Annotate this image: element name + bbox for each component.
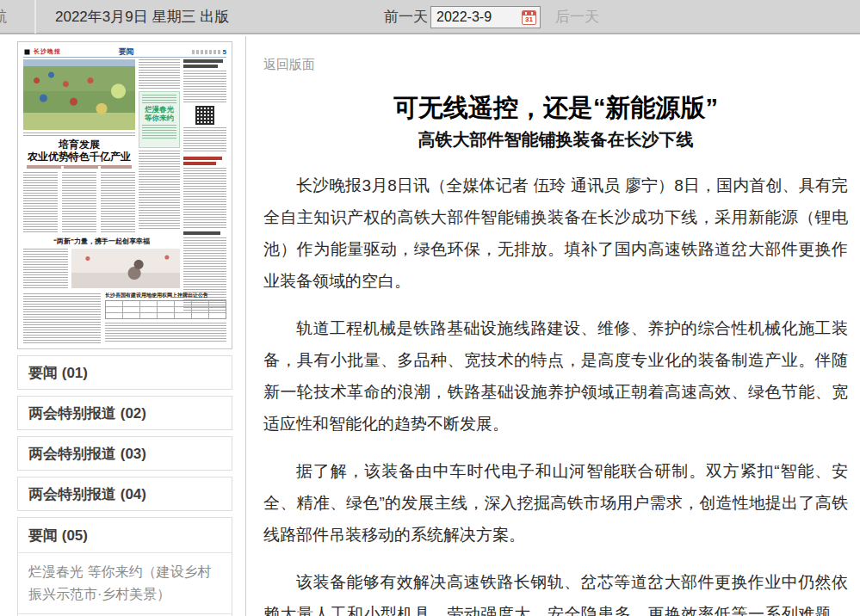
topbar-divider xyxy=(34,0,36,34)
page-thumbnail[interactable]: 长沙晚报 要闻 5 培育发展 农业优势特色千亿产业 烂漫春光 xyxy=(17,41,232,349)
thumb-meta-lines xyxy=(192,50,221,54)
thumb-notice-table xyxy=(105,300,226,319)
back-to-page-link[interactable]: 返回版面 xyxy=(263,57,315,73)
sidebar-current-section-group: 要闻 (05) 烂漫春光 等你来约（建设乡村振兴示范市·乡村美景） 培育发展农业… xyxy=(17,517,232,616)
thumb-photo-caption xyxy=(23,132,135,136)
publication-date: 2022年3月9日 星期三 出版 xyxy=(55,7,229,27)
thumb-green-box-title: 烂漫春光 等你来约 xyxy=(142,105,176,122)
article-paragraph: 长沙晚报3月8日讯（全媒体记者 伍玲 通讯员 廖宁）8日，国内首创、具有完全自主… xyxy=(263,169,848,297)
thumb-notice-headline: 长沙县国有建设用地使用权网上挂牌出让公告 xyxy=(105,292,226,299)
thumb-green-box: 烂漫春光 等你来约 xyxy=(139,91,180,148)
calendar-icon-header xyxy=(523,11,535,15)
date-picker: 31 xyxy=(430,6,541,28)
article-paragraph: 据了解，该装备由中车时代电子和山河智能联合研制。双方紧扣“智能、安全、精准、绿色… xyxy=(263,455,848,551)
thumb-main-headline: 培育发展 农业优势特色千亿产业 xyxy=(23,139,135,163)
thumb-subheadline-bar xyxy=(27,165,132,169)
nav-text-fragment: 航 xyxy=(0,7,34,27)
thumb-masthead: 长沙晚报 xyxy=(34,47,61,56)
qr-code xyxy=(195,106,214,125)
article-title: 可无线遥控，还是“新能源版” xyxy=(263,92,848,123)
article-body: 长沙晚报3月8日讯（全媒体记者 伍玲 通讯员 廖宁）8日，国内首创、具有完全自主… xyxy=(263,169,848,616)
newspaper-logo-icon xyxy=(23,48,31,56)
sidebar: 长沙晚报 要闻 5 培育发展 农业优势特色千亿产业 烂漫春光 xyxy=(17,41,232,616)
article-pane: 返回版面 可无线遥控，还是“新能源版” 高铁大部件智能铺换装备在长沙下线 长沙晚… xyxy=(245,36,860,616)
sidebar-section-lianghui-04[interactable]: 两会特别报道 (04) xyxy=(17,477,232,511)
date-input[interactable] xyxy=(431,9,522,25)
sidebar-section-lianghui-02[interactable]: 两会特别报道 (02) xyxy=(17,396,232,430)
sidebar-section-yaowen-01[interactable]: 要闻 (01) xyxy=(17,355,232,390)
thumb-middle-column: 烂漫春光 等你来约 xyxy=(139,59,180,231)
prev-day-link[interactable]: 前一天 xyxy=(384,7,428,27)
calendar-icon[interactable]: 31 xyxy=(522,10,536,25)
article-paragraph: 该装备能够有效解决高速铁路长钢轨、岔芯等道岔大部件更换作业中仍然依赖大量人工和小… xyxy=(263,566,848,616)
next-day-link[interactable]: 后一天 xyxy=(555,7,599,27)
topbar: 航 2022年3月9日 星期三 出版 前一天 31 后一天 xyxy=(0,0,860,34)
thumb-bottom-text xyxy=(105,323,226,343)
thumb-band-photo xyxy=(71,249,180,288)
thumb-section-title: 要闻 xyxy=(61,46,192,58)
thumb-band-headline: “两新”力量，携手一起创享幸福 xyxy=(23,237,180,246)
thumb-body: 培育发展 农业优势特色千亿产业 烂漫春光 等你来约 xyxy=(23,59,226,343)
thumb-page-number: 5 xyxy=(223,48,226,56)
aerial-village-photo xyxy=(23,59,135,130)
article-subtitle: 高铁大部件智能铺换装备在长沙下线 xyxy=(263,128,848,151)
sidebar-section-yaowen-05[interactable]: 要闻 (05) xyxy=(18,518,232,552)
article-paragraph: 轨道工程机械是铁路基础设施线路建设、维修、养护的综合性机械化施工装备，具有小批量… xyxy=(263,312,848,440)
sidebar-article-link[interactable]: 烂漫春光 等你来约（建设乡村振兴示范市·乡村美景） xyxy=(18,552,232,613)
thumb-masthead-row: 长沙晚报 要闻 5 xyxy=(23,47,226,58)
thumb-bottom-left-text xyxy=(23,293,101,343)
thumb-text-columns xyxy=(23,172,135,232)
calendar-icon-day: 31 xyxy=(523,15,535,24)
thumb-band-text xyxy=(23,249,68,288)
sidebar-section-lianghui-03[interactable]: 两会特别报道 (03) xyxy=(17,436,232,471)
